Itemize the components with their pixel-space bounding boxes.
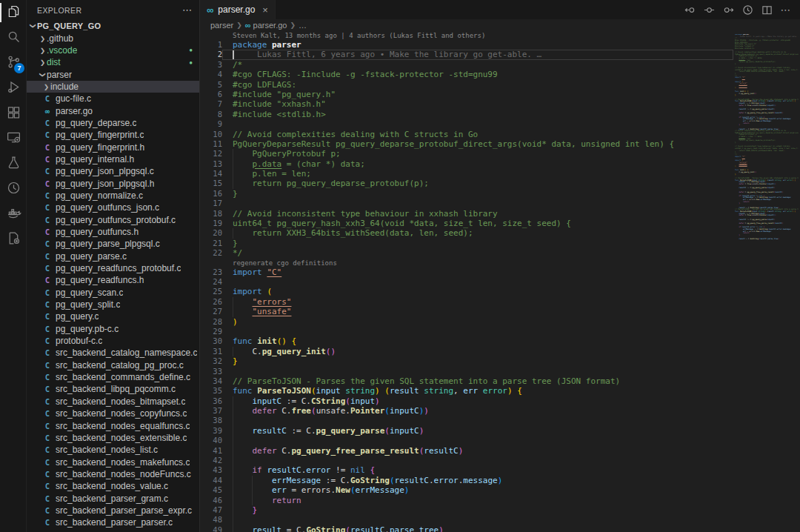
code-line[interactable]: 47 } <box>200 505 733 515</box>
code-line[interactable]: 4#cgo CFLAGS: -Iinclude -g -fstack-prote… <box>200 70 733 79</box>
file-item-pg_query.c[interactable]: Cpg_query.c <box>27 310 199 322</box>
file-item-pg_query_json_plpgsql.h[interactable]: Cpg_query_json_plpgsql.h <box>27 177 199 189</box>
folder-item-include[interactable]: ❯include <box>27 81 199 93</box>
breadcrumb-item-parser.go[interactable]: ∞parser.go <box>245 21 287 30</box>
code-line[interactable]: 32} <box>200 356 733 366</box>
code-line[interactable]: 24 <box>200 277 733 287</box>
code-line[interactable]: 17 <box>200 199 733 208</box>
code-line[interactable]: 16} <box>200 189 733 199</box>
file-item-src_backend_nodes_extensible.c[interactable]: Csrc_backend_nodes_extensible.c <box>27 432 199 444</box>
file-item-pg_query_fingerprint.h[interactable]: Cpg_query_fingerprint.h <box>27 141 199 153</box>
code-line[interactable]: 13 p.data = (char *) data; <box>200 159 733 169</box>
code-line[interactable]: 36 inputC := C.CString(input) <box>200 396 733 406</box>
code-line[interactable]: 21} <box>200 239 733 248</box>
code-line[interactable]: 20 return XXH3_64bits_withSeed(data, len… <box>200 228 733 238</box>
file-item-pg_query.pb-c.c[interactable]: Cpg_query.pb-c.c <box>27 323 199 335</box>
breadcrumb-item-…[interactable]: … <box>299 21 307 30</box>
file-item-src_backend_catalog_namespace.c[interactable]: Csrc_backend_catalog_namespace.c <box>27 347 199 359</box>
activity-bar-item-source-control[interactable]: 7 <box>0 50 27 76</box>
activity-bar-item-remote-explorer[interactable] <box>0 126 27 151</box>
code-line[interactable]: 1package parser <box>200 40 733 50</box>
code-area[interactable]: Steven Kalt, 13 months ago | 4 authors (… <box>200 31 733 532</box>
file-item-pg_query_readfuncs_protobuf.c[interactable]: Cpg_query_readfuncs_protobuf.c <box>27 262 199 274</box>
open-changes-icon[interactable] <box>701 1 717 18</box>
more-actions-icon[interactable]: ⋯ <box>778 1 794 18</box>
breadcrumb-item-parser[interactable]: parser <box>210 21 233 30</box>
split-editor-icon[interactable] <box>759 1 775 18</box>
open-changes-with-next-icon[interactable] <box>720 1 736 18</box>
file-item-pg_query_scan.c[interactable]: Cpg_query_scan.c <box>27 287 199 299</box>
activity-bar-item-explorer[interactable] <box>0 0 27 25</box>
code-line[interactable]: 2 Lukas Fittl, 6 years ago • Make the li… <box>200 50 733 59</box>
folder-item-.github[interactable]: ❯.github <box>27 32 199 44</box>
minimap[interactable]: package parser Lukas Fittl, 6 years ago … <box>735 34 799 532</box>
file-item-src_backend_nodes_copyfuncs.c[interactable]: Csrc_backend_nodes_copyfuncs.c <box>27 408 199 419</box>
file-item-pg_query_deparse.c[interactable]: Cpg_query_deparse.c <box>27 117 199 129</box>
file-history-icon[interactable] <box>739 1 756 18</box>
codelens-regenerate-cgo[interactable]: regenerate cgo definitions <box>200 259 733 267</box>
folder-item-parser[interactable]: ❯parser <box>27 68 199 80</box>
code-line[interactable]: 38 <box>200 416 733 425</box>
file-item-pg_query_parse.c[interactable]: Cpg_query_parse.c <box>27 250 199 262</box>
explorer-more-actions-icon[interactable]: ⋯ <box>182 4 192 16</box>
code-line[interactable]: 35func ParseToJSON(input string) (result… <box>200 386 733 396</box>
code-line[interactable]: 7#include "xxhash.h" <box>200 99 733 109</box>
code-line[interactable]: 26 "errors" <box>200 297 733 307</box>
code-line[interactable]: 45 err = errors.New(errMessage) <box>200 485 733 495</box>
file-item-pg_query_outfuncs_protobuf.c[interactable]: Cpg_query_outfuncs_protobuf.c <box>27 214 199 226</box>
code-line[interactable]: 8#include <stdlib.h> <box>200 110 733 119</box>
file-item-pg_query_fingerprint.c[interactable]: Cpg_query_fingerprint.c <box>27 129 199 141</box>
file-item-src_backend_nodes_equalfuncs.c[interactable]: Csrc_backend_nodes_equalfuncs.c <box>27 419 199 431</box>
activity-bar-item-testing[interactable] <box>0 151 27 176</box>
file-item-src_backend_nodes_value.c[interactable]: Csrc_backend_nodes_value.c <box>27 480 199 492</box>
code-line[interactable]: 37 defer C.free(unsafe.Pointer(inputC)) <box>200 406 733 416</box>
code-line[interactable]: 15 return pg_query_deparse_protobuf(p); <box>200 179 733 188</box>
activity-bar-item-docker[interactable] <box>0 202 27 227</box>
file-item-src_backend_parser_parser.c[interactable]: Csrc_backend_parser_parser.c <box>27 516 199 528</box>
file-item-src_backend_catalog_pg_proc.c[interactable]: Csrc_backend_catalog_pg_proc.c <box>27 359 199 371</box>
file-item-src_backend_parser_gram.c[interactable]: Csrc_backend_parser_gram.c <box>27 492 199 504</box>
file-item-pg_query_outfuncs_json.c[interactable]: Cpg_query_outfuncs_json.c <box>27 202 199 213</box>
file-item-pg_query_outfuncs.h[interactable]: Cpg_query_outfuncs.h <box>27 226 199 238</box>
activity-bar-item-file-settings[interactable] <box>0 227 27 252</box>
file-item-pg_query_readfuncs.h[interactable]: Cpg_query_readfuncs.h <box>27 274 199 286</box>
code-line[interactable]: 48 <box>200 515 733 525</box>
code-line[interactable]: 27 "unsafe" <box>200 307 733 316</box>
code-line[interactable]: 3/* <box>200 60 733 70</box>
code-line[interactable]: 22*/ <box>200 248 733 258</box>
file-item-pg_query_json_plpgsql.c[interactable]: Cpg_query_json_plpgsql.c <box>27 165 199 177</box>
file-item-src_backend_nodes_bitmapset.c[interactable]: Csrc_backend_nodes_bitmapset.c <box>27 396 199 408</box>
code-line[interactable]: 29 <box>200 327 733 336</box>
code-line[interactable]: 44 errMessage := C.GoString(resultC.erro… <box>200 476 733 485</box>
file-item-parser.go[interactable]: ∞parser.go <box>27 104 199 116</box>
file-item-src_backend_libpq_pqcomm.c[interactable]: Csrc_backend_libpq_pqcomm.c <box>27 383 199 395</box>
code-line[interactable]: 43 if resultC.error != nil { <box>200 465 733 475</box>
code-line[interactable]: 42 <box>200 456 733 465</box>
activity-bar-item-search[interactable] <box>0 25 27 50</box>
code-line[interactable]: 49 result = C.GoString(resultC.parse_tre… <box>200 525 733 532</box>
file-item-pg_query_parse_plpgsql.c[interactable]: Cpg_query_parse_plpgsql.c <box>27 238 199 250</box>
open-changes-with-previous-icon[interactable] <box>681 1 698 18</box>
code-line[interactable]: 30func init() { <box>200 336 733 346</box>
folder-item-PG_QUERY_GO[interactable]: ❯PG_QUERY_GO <box>27 20 199 32</box>
code-line[interactable]: 14 p.len = len; <box>200 169 733 179</box>
code-line[interactable]: 23import "C" <box>200 267 733 277</box>
folder-item-dist[interactable]: ❯dist● <box>27 56 199 68</box>
code-line[interactable]: 40 <box>200 436 733 445</box>
code-line[interactable]: 25import ( <box>200 287 733 296</box>
code-line[interactable]: 11PgQueryDeparseResult pg_query_deparse_… <box>200 139 733 149</box>
activity-bar-item-run-and-debug[interactable] <box>0 76 27 101</box>
close-icon[interactable]: × <box>262 4 268 16</box>
code-line[interactable]: 28) <box>200 317 733 327</box>
file-item-src_backend_nodes_nodeFuncs.c[interactable]: Csrc_backend_nodes_nodeFuncs.c <box>27 468 199 480</box>
tab-parser-go[interactable]: ∞ parser.go × <box>200 0 276 19</box>
file-item-protobuf-c.c[interactable]: Cprotobuf-c.c <box>27 335 199 347</box>
file-item-src_backend_nodes_makefuncs.c[interactable]: Csrc_backend_nodes_makefuncs.c <box>27 456 199 468</box>
code-line[interactable]: 18// Avoid inconsistent type behaviour i… <box>200 209 733 219</box>
file-item-src_backend_commands_define.c[interactable]: Csrc_backend_commands_define.c <box>27 371 199 383</box>
activity-bar-item-extensions[interactable] <box>0 101 27 126</box>
code-line[interactable]: 9 <box>200 119 733 129</box>
code-line[interactable]: 12 PgQueryProtobuf p; <box>200 149 733 159</box>
code-line[interactable]: 41 defer C.pg_query_free_parse_result(re… <box>200 446 733 456</box>
code-line[interactable]: 34// ParseToJSON - Parses the given SQL … <box>200 376 733 386</box>
